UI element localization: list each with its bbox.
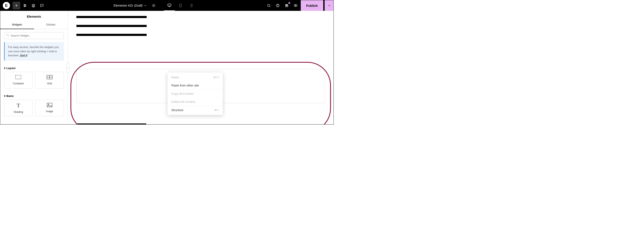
preview-button[interactable] — [292, 2, 300, 9]
page-settings-button[interactable] — [150, 2, 158, 9]
tip-gotit-button[interactable]: Got It — [20, 54, 27, 57]
widget-label: Grid — [47, 82, 52, 85]
plus-icon — [14, 3, 18, 7]
help-icon — [276, 3, 280, 7]
search-input[interactable] — [4, 32, 64, 39]
publish-button[interactable]: Publish — [301, 0, 323, 11]
layers-icon — [32, 3, 35, 7]
search-icon — [6, 34, 9, 38]
placeholder-bar — [76, 16, 147, 18]
ctx-label: Paste — [171, 76, 179, 79]
layout-widgets: Container Grid — [0, 72, 68, 92]
topbar-left: E — [0, 2, 46, 9]
eye-icon — [294, 3, 298, 7]
tablet-icon — [178, 3, 182, 7]
ctx-shortcut: ⌘+I — [214, 109, 219, 112]
panel-title: Elements — [0, 11, 68, 20]
notes-button[interactable] — [38, 2, 46, 9]
widget-label: Container — [13, 82, 24, 85]
sliders-icon — [23, 3, 27, 7]
ctx-shortcut: ⌘+V — [213, 76, 219, 79]
gift-icon — [285, 3, 288, 7]
svg-point-12 — [295, 5, 296, 6]
context-menu: Paste ⌘+V Paste from other site Copy All… — [168, 72, 223, 115]
svg-point-2 — [24, 6, 25, 7]
favorites-tip: For easy access, favorite the widgets yo… — [4, 42, 64, 61]
tip-text: For easy access, favorite the widgets yo… — [8, 45, 59, 57]
caret-down-icon: ▾ — [4, 94, 6, 98]
placeholder-bar — [76, 123, 146, 124]
ctx-label: Delete All Content — [171, 100, 195, 103]
tablet-view-button[interactable] — [175, 0, 186, 11]
grid-icon — [46, 75, 52, 80]
responsive-group — [164, 0, 197, 11]
ctx-label: Copy All Content — [171, 92, 194, 95]
desktop-view-button[interactable] — [164, 0, 175, 11]
chevron-down-icon — [144, 4, 147, 7]
publish-options-button[interactable] — [324, 0, 334, 11]
section-layout-label: Layout — [6, 66, 16, 70]
svg-point-0 — [24, 4, 25, 5]
ctx-label: Paste from other site — [171, 84, 199, 87]
widget-label: Heading — [14, 111, 23, 113]
editor-canvas[interactable]: Paste ⌘+V Paste from other site Copy All… — [68, 11, 334, 124]
widget-grid[interactable]: Grid — [35, 72, 64, 88]
svg-point-17 — [48, 104, 49, 105]
tab-globals[interactable]: Globals — [34, 20, 68, 29]
structure-button[interactable] — [30, 2, 37, 9]
top-bar: E Elementor #15 (Draft) — [0, 0, 334, 11]
svg-point-3 — [153, 5, 154, 6]
elements-panel: Elements Widgets Globals For easy access… — [0, 11, 68, 124]
widget-label: Image — [46, 110, 53, 113]
svg-point-7 — [268, 4, 270, 6]
comment-icon — [40, 3, 44, 7]
site-settings-button[interactable] — [21, 2, 29, 9]
section-layout-header[interactable]: ▾ Layout — [0, 64, 68, 72]
document-status: (Draft) — [134, 4, 143, 7]
svg-rect-5 — [180, 4, 182, 7]
document-title[interactable]: Elementor #15 (Draft) — [114, 4, 147, 7]
mobile-view-button[interactable] — [186, 0, 197, 11]
publish-label: Publish — [306, 4, 318, 7]
widget-image[interactable]: Image — [35, 100, 64, 116]
svg-point-9 — [278, 6, 278, 6]
widget-heading[interactable]: T Heading — [4, 100, 33, 116]
heading-icon: T — [16, 102, 20, 109]
whats-new-button[interactable] — [283, 2, 290, 9]
widget-container[interactable]: Container — [4, 72, 33, 88]
svg-point-1 — [25, 5, 26, 6]
main-area: Elements Widgets Globals For easy access… — [0, 11, 334, 124]
chevron-down-icon — [328, 4, 331, 7]
ctx-structure[interactable]: Structure ⌘+I — [168, 106, 223, 114]
section-basic-header[interactable]: ▾ Basic — [0, 92, 68, 100]
help-button[interactable] — [274, 2, 282, 9]
svg-point-13 — [6, 34, 8, 36]
search-icon — [267, 3, 271, 7]
elementor-logo[interactable]: E — [3, 2, 10, 9]
placeholder-bar — [76, 34, 147, 36]
notification-dot — [288, 2, 290, 4]
svg-rect-14 — [16, 75, 21, 79]
ctx-paste: Paste ⌘+V — [168, 73, 223, 81]
container-icon — [15, 75, 21, 80]
caret-down-icon: ▾ — [4, 66, 6, 70]
panel-collapse-handle[interactable]: ‹ — [66, 62, 70, 73]
image-icon — [47, 103, 52, 108]
ctx-paste-from-other-site[interactable]: Paste from other site — [168, 81, 223, 89]
add-element-button[interactable] — [12, 2, 20, 9]
basic-widgets: T Heading Image — [0, 100, 68, 120]
svg-rect-4 — [168, 4, 171, 6]
desktop-icon — [167, 3, 172, 7]
ctx-copy-all: Copy All Content — [168, 90, 223, 98]
panel-tabs: Widgets Globals — [0, 20, 68, 29]
topbar-right: Publish — [265, 0, 334, 11]
tab-widgets[interactable]: Widgets — [0, 20, 34, 29]
section-basic-label: Basic — [6, 94, 14, 98]
document-name: Elementor #15 — [114, 4, 133, 7]
ctx-delete-all: Delete All Content — [168, 98, 223, 106]
search-wrap — [0, 29, 68, 42]
placeholder-bar — [76, 25, 147, 27]
finder-button[interactable] — [265, 2, 273, 9]
mobile-icon — [190, 4, 193, 7]
gear-icon — [152, 3, 156, 7]
